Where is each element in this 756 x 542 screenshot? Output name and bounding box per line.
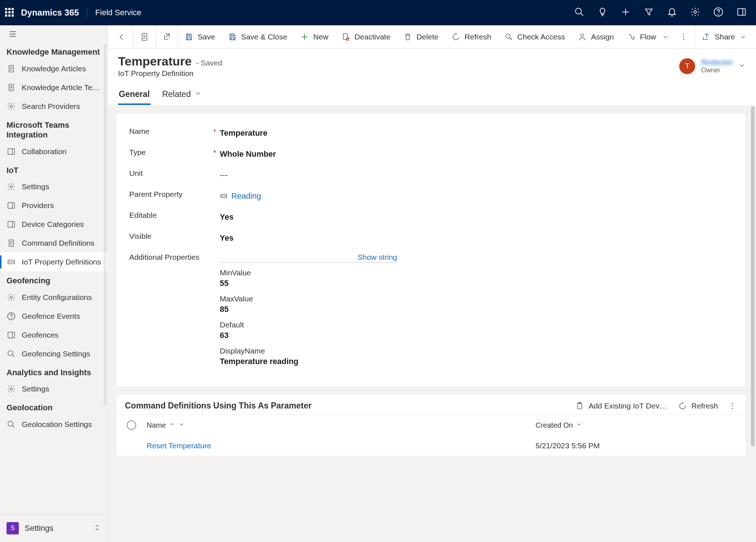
subgrid-command-definitions: Command Definitions Using This As Parame… — [116, 394, 746, 456]
sidebar-item-device-categories[interactable]: Device Categories — [0, 215, 108, 234]
sidebar-item-search-providers[interactable]: Search Providers — [0, 97, 108, 116]
sidebar-item-geofence-events[interactable]: Geofence Events — [0, 307, 108, 326]
sidebar-item-geofences[interactable]: Geofences — [0, 326, 108, 344]
show-string-link[interactable]: Show string — [357, 253, 397, 262]
subgrid-overflow-button[interactable] — [728, 402, 737, 410]
open-in-new-button[interactable] — [156, 25, 178, 48]
tab-general[interactable]: General — [118, 86, 151, 105]
additional-property-value[interactable]: 63 — [220, 331, 397, 340]
additional-property-value[interactable]: 55 — [220, 279, 397, 288]
nav-section-label: IoT — [0, 161, 108, 178]
marker-icon — [7, 420, 16, 429]
sidebar-item-knowledge-articles[interactable]: Knowledge Articles — [0, 59, 108, 78]
save-close-button[interactable]: Save & Close — [222, 25, 294, 48]
row-created-on: 5/21/2023 5:56 PM — [536, 441, 737, 450]
additional-property-value[interactable]: Temperature reading — [220, 357, 397, 366]
additional-property-label: MinValue — [220, 268, 397, 277]
sidebar-item-label: Geofencing Settings — [22, 350, 103, 358]
field-value-editable[interactable]: Yes — [220, 211, 234, 222]
doc-icon — [7, 83, 16, 92]
field-label-visible: Visible — [129, 232, 220, 241]
app-launcher-icon[interactable] — [5, 8, 14, 17]
share-button[interactable]: Share — [695, 25, 753, 48]
column-header-created-on[interactable]: Created On — [536, 421, 737, 429]
filter-icon[interactable] — [644, 7, 654, 18]
sidebar-item-geolocation-settings[interactable]: Geolocation Settings — [0, 415, 108, 434]
sidebar-item-entity-configurations[interactable]: Entity Configurations — [0, 288, 108, 307]
record-header: Temperature - Saved IoT Property Definit… — [108, 48, 756, 105]
settings-icon[interactable] — [690, 7, 700, 18]
notifications-icon[interactable] — [667, 7, 677, 18]
sidebar-scrollbar[interactable] — [104, 44, 106, 406]
alert-icon — [7, 312, 16, 321]
sidebar-item-iot-property-definitions[interactable]: IoT Property Definitions — [0, 253, 108, 271]
field-value-type[interactable]: Whole Number — [220, 148, 276, 159]
table-row[interactable]: Reset Temperature5/21/2023 5:56 PM — [116, 436, 746, 456]
help-icon[interactable] — [713, 7, 723, 18]
general-section-card: Name* Temperature Type* Whole Number Uni… — [116, 113, 746, 387]
field-label-type: Type* — [129, 148, 220, 157]
check-access-button[interactable]: Check Access — [498, 25, 572, 48]
sitemap-sidebar: Knowledge ManagementKnowledge ArticlesKn… — [0, 25, 108, 542]
sidebar-item-label: Search Providers — [22, 102, 103, 111]
owner-control[interactable]: T Redacted Owner — [679, 58, 746, 74]
refresh-button[interactable]: Refresh — [445, 25, 498, 48]
sidebar-item-settings[interactable]: Settings — [0, 380, 108, 398]
field-value-name[interactable]: Temperature — [220, 127, 268, 138]
subgrid-header-row: Name Created On — [116, 414, 746, 436]
sidebar-item-label: IoT Property Definitions — [22, 258, 103, 266]
app-name[interactable]: Field Service — [87, 8, 141, 17]
tab-related[interactable]: Related — [161, 86, 202, 105]
nav-section-label: Knowledge Management — [0, 43, 108, 59]
overflow-button[interactable] — [676, 25, 692, 48]
record-title: Temperature — [118, 54, 192, 68]
add-icon[interactable] — [621, 7, 631, 18]
field-label-name: Name* — [129, 127, 220, 136]
chevron-updown-icon — [93, 524, 101, 533]
save-button[interactable]: Save — [178, 25, 222, 48]
chevron-down-icon — [178, 421, 185, 429]
sidebar-item-collaboration[interactable]: Collaboration — [0, 142, 108, 161]
assign-button[interactable]: Assign — [571, 25, 620, 48]
select-all-checkbox[interactable] — [125, 420, 138, 430]
new-button[interactable]: New — [294, 25, 335, 48]
list-icon — [7, 239, 16, 247]
area-label: Settings — [25, 524, 87, 533]
share-icon — [702, 33, 710, 41]
additional-property-item: DisplayNameTemperature reading — [220, 347, 397, 370]
global-topbar: Dynamics 365 Field Service — [0, 0, 756, 25]
main-content: Save Save & Close New Deactivate Delete … — [108, 25, 756, 542]
sidebar-item-geofencing-settings[interactable]: Geofencing Settings — [0, 344, 108, 363]
additional-property-item: Default63 — [220, 321, 397, 344]
deactivate-button[interactable]: Deactivate — [335, 25, 397, 48]
additional-property-value[interactable]: 85 — [220, 305, 397, 314]
form-selector-button[interactable] — [133, 25, 156, 48]
sidebar-item-label: Providers — [22, 201, 103, 210]
subgrid-add-existing-button[interactable]: Add Existing IoT Device Command Definiti… — [575, 402, 668, 410]
back-button[interactable] — [111, 25, 133, 48]
sidebar-collapse-button[interactable] — [0, 25, 108, 43]
sidebar-item-settings[interactable]: Settings — [0, 177, 108, 196]
row-name-link[interactable]: Reset Temperature — [147, 441, 527, 450]
content-scrollbar[interactable] — [751, 106, 755, 446]
side-panel-icon[interactable] — [736, 7, 747, 18]
field-value-visible[interactable]: Yes — [220, 232, 234, 243]
subgrid-refresh-button[interactable]: Refresh — [678, 402, 718, 410]
brand-label[interactable]: Dynamics 365 — [21, 8, 87, 18]
insights-icon[interactable] — [597, 7, 608, 18]
flow-button[interactable]: Flow — [621, 25, 676, 48]
sidebar-item-label: Geolocation Settings — [22, 420, 103, 429]
field-value-unit[interactable]: --- — [220, 169, 228, 180]
sort-asc-icon — [169, 421, 175, 429]
sidebar-item-providers[interactable]: Providers — [0, 196, 108, 215]
area-switcher[interactable]: S Settings — [0, 514, 108, 542]
sidebar-item-command-definitions[interactable]: Command Definitions — [0, 234, 108, 253]
search-icon[interactable] — [574, 7, 584, 18]
additional-property-item: MinValue55 — [220, 268, 397, 292]
sidebar-item-knowledge-article-templates[interactable]: Knowledge Article Templates — [0, 78, 108, 97]
form-tabs: General Related — [118, 78, 746, 105]
column-header-name[interactable]: Name — [147, 421, 527, 429]
field-value-parent[interactable]: Reading — [220, 190, 261, 201]
delete-button[interactable]: Delete — [397, 25, 445, 48]
gear-icon — [7, 293, 16, 302]
